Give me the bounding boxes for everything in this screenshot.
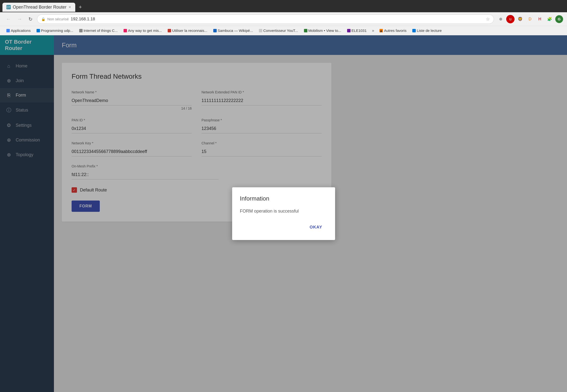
brave-button[interactable]: 🦁 [516, 15, 524, 23]
back-button[interactable]: ← [4, 15, 13, 23]
bookmark-favicon-3 [79, 29, 83, 32]
dialog-actions: OKAY [240, 222, 327, 232]
bookmark-label-3: Internet of things C... [83, 28, 118, 33]
bookmark-mobilism[interactable]: Mobilism • View to... [302, 28, 344, 34]
browser-chrome: OT OpenThread Border Router ✕ + ← → ↻ 🔒 … [0, 0, 567, 35]
bookmark-label-6: Sambuca — Wikipé... [218, 28, 253, 33]
bookmark-label-5: Utiliser la reconnais... [172, 28, 207, 33]
bookmark-label-11: Liste de lecture [417, 28, 442, 33]
nav-actions: ⊕ u 🦁 D H 🧩 G [496, 15, 563, 23]
bookmark-favicon-6 [213, 29, 217, 32]
hypothesis-button[interactable]: H [536, 15, 544, 23]
tab-title: OpenThread Border Router [13, 5, 67, 10]
nav-bar: ← → ↻ 🔒 Non sécurisé 192.168.1.18 ☆ ⊕ u … [0, 12, 567, 26]
forward-button[interactable]: → [15, 15, 24, 23]
bookmark-utiliser[interactable]: Utiliser la reconnais... [165, 28, 210, 34]
bookmark-favicon-2 [37, 29, 40, 32]
address-text: 192.168.1.18 [71, 17, 484, 22]
bookmark-iot[interactable]: Internet of things C... [77, 28, 120, 34]
bookmark-favicon-4 [124, 29, 127, 32]
dialog-title: Information [240, 195, 327, 202]
information-dialog: Information FORM operation is successful… [232, 187, 335, 240]
bookmark-label-10: Autres favoris [384, 28, 406, 33]
bookmark-label-2: Programming udp... [41, 28, 73, 33]
dashlane-button[interactable]: D [526, 15, 534, 23]
security-icon: 🔒 [41, 17, 45, 21]
bookmark-anway[interactable]: Any way to get mis... [121, 28, 164, 34]
tab-bar: OT OpenThread Border Router ✕ + [0, 0, 567, 12]
bookmark-apps[interactable]: Applications [4, 28, 33, 34]
address-bar[interactable]: 🔒 Non sécurisé 192.168.1.18 ☆ [37, 14, 494, 24]
bookmark-label: Applications [11, 28, 31, 33]
dialog-message: FORM operation is successful [240, 208, 327, 214]
bookmark-ele[interactable]: ELE1031 [345, 28, 369, 34]
bookmark-autres[interactable]: ★ Autres favoris [377, 28, 409, 34]
security-label: Non sécurisé [47, 17, 69, 21]
dialog-overlay: Information FORM operation is successful… [0, 35, 567, 392]
bookmark-label-7: Convertisseur YouT... [263, 28, 298, 33]
bookmark-star[interactable]: ☆ [486, 16, 490, 22]
bookmark-favicon-9 [347, 29, 351, 32]
tab-close-button[interactable]: ✕ [69, 5, 71, 9]
bookmark-favicon-5 [168, 29, 171, 32]
dialog-ok-button[interactable]: OKAY [305, 222, 327, 232]
bookmark-convertisseur[interactable]: Convertisseur YouT... [256, 28, 301, 34]
profile-button[interactable]: G [555, 15, 563, 23]
tab-favicon: OT [6, 5, 11, 9]
refresh-button[interactable]: ↻ [27, 15, 35, 23]
bookmark-favicon-8 [304, 29, 307, 32]
new-tab-button[interactable]: + [76, 3, 84, 11]
bookmarks-more-button[interactable]: » [370, 28, 376, 34]
bookmark-programming[interactable]: Programming udp... [34, 28, 76, 34]
bookmarks-bar: Applications Programming udp... Internet… [0, 26, 567, 35]
bookmark-favicon-7 [259, 29, 262, 32]
extensions-button[interactable]: ⊕ [496, 15, 505, 23]
bookmark-sambuca[interactable]: Sambuca — Wikipé... [211, 28, 255, 34]
bookmark-favicon [6, 29, 10, 32]
bookmark-label-4: Any way to get mis... [128, 28, 162, 33]
bookmark-favicon-11 [412, 29, 416, 32]
bookmark-label-8: Mobilism • View to... [308, 28, 341, 33]
bookmark-liste[interactable]: Liste de lecture [410, 28, 444, 34]
puzzle-button[interactable]: 🧩 [545, 15, 554, 23]
bookmark-favicon-10: ★ [379, 29, 383, 32]
active-tab[interactable]: OT OpenThread Border Router ✕ [2, 3, 75, 12]
bookmark-label-9: ELE1031 [352, 28, 367, 33]
ublock-button[interactable]: u [506, 15, 514, 23]
